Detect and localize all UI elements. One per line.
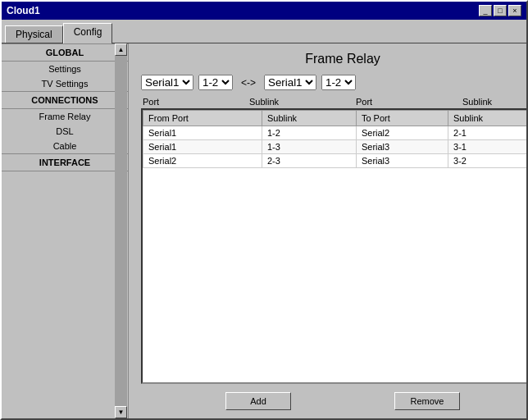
left-port-select[interactable]: Serial1 Serial2 Serial3 — [141, 75, 193, 90]
table-row[interactable]: Serial1 1-3 Serial3 3-1 — [143, 140, 527, 154]
sidebar-inner: GLOBAL Settings TV Settings CONNECTIONS … — [2, 43, 128, 418]
scroll-up-button[interactable]: ▲ — [115, 43, 127, 56]
sidebar-item-settings[interactable]: Settings — [2, 62, 128, 76]
th-from-sublink: Sublink — [262, 111, 356, 126]
left-port-col-label: Port — [143, 97, 249, 107]
window: Cloud1 _ □ × Physical Config GLOBAL Sett… — [0, 0, 528, 420]
right-sublink-select[interactable]: 1-2 1-3 2-1 2-3 3-1 3-2 — [321, 75, 356, 90]
window-title: Cloud1 — [7, 5, 40, 16]
sidebar-section-global: GLOBAL — [2, 43, 128, 62]
cell-to-port: Serial3 — [356, 140, 448, 154]
maximize-button[interactable]: □ — [494, 5, 507, 16]
button-row: Add Remove — [141, 392, 526, 410]
tab-bar: Physical Config — [2, 20, 526, 43]
cell-to-sublink: 3-2 — [448, 154, 526, 168]
sidebar-item-cable[interactable]: Cable — [2, 139, 128, 153]
th-from-port: From Port — [143, 111, 262, 126]
left-sublink-select[interactable]: 1-2 1-3 2-1 2-3 3-1 3-2 — [198, 75, 233, 90]
cell-from-sublink: 1-3 — [262, 140, 356, 154]
scroll-track — [115, 56, 127, 406]
cell-to-sublink: 3-1 — [448, 140, 526, 154]
remove-button[interactable]: Remove — [394, 392, 460, 410]
th-to-port: To Port — [356, 111, 448, 126]
cell-from-port: Serial2 — [143, 154, 262, 168]
left-sublink-col-label: Sublink — [249, 97, 331, 107]
title-bar: Cloud1 _ □ × — [2, 2, 526, 20]
sidebar-item-tv-settings[interactable]: TV Settings — [2, 76, 128, 91]
sidebar: GLOBAL Settings TV Settings CONNECTIONS … — [2, 43, 129, 418]
tab-physical[interactable]: Physical — [5, 25, 63, 43]
sidebar-item-frame-relay[interactable]: Frame Relay — [2, 109, 128, 124]
right-sublink-col-label: Sublink — [462, 97, 526, 107]
right-port-col-label: Port — [356, 97, 462, 107]
column-headers-row: Port Sublink Port Sublink — [141, 97, 526, 107]
cell-to-sublink: 2-1 — [448, 126, 526, 140]
sidebar-scrollbar[interactable]: ▲ ▼ — [115, 43, 128, 418]
arrow-label: <-> — [238, 77, 259, 89]
cell-from-sublink: 2-3 — [262, 154, 356, 168]
window-controls: _ □ × — [479, 5, 521, 16]
table-wrapper: From Port Sublink To Port Sublink Serial… — [141, 108, 526, 384]
selector-row: Serial1 Serial2 Serial3 1-2 1-3 2-1 2-3 … — [141, 75, 526, 90]
minimize-button[interactable]: _ — [479, 5, 492, 16]
cell-to-port: Serial3 — [356, 154, 448, 168]
close-button[interactable]: × — [508, 5, 521, 16]
cell-to-port: Serial2 — [356, 126, 448, 140]
right-panel: Frame Relay Serial1 Serial2 Serial3 1-2 … — [129, 43, 526, 418]
sidebar-item-dsl[interactable]: DSL — [2, 124, 128, 139]
th-to-sublink: Sublink — [448, 111, 526, 126]
cell-from-sublink: 1-2 — [262, 126, 356, 140]
right-port-select[interactable]: Serial1 Serial2 Serial3 — [264, 75, 316, 90]
sidebar-section-connections: CONNECTIONS — [2, 91, 128, 109]
table-row[interactable]: Serial1 1-2 Serial2 2-1 — [143, 126, 527, 140]
add-button[interactable]: Add — [225, 392, 291, 410]
cell-from-port: Serial1 — [143, 140, 262, 154]
scroll-down-button[interactable]: ▼ — [115, 406, 127, 418]
table-row[interactable]: Serial2 2-3 Serial3 3-2 — [143, 154, 527, 168]
tab-config[interactable]: Config — [63, 23, 113, 43]
connections-table: From Port Sublink To Port Sublink Serial… — [143, 110, 526, 168]
sidebar-section-interface: INTERFACE — [2, 153, 128, 171]
content-area: GLOBAL Settings TV Settings CONNECTIONS … — [2, 43, 526, 418]
cell-from-port: Serial1 — [143, 126, 262, 140]
panel-title: Frame Relay — [141, 52, 526, 66]
